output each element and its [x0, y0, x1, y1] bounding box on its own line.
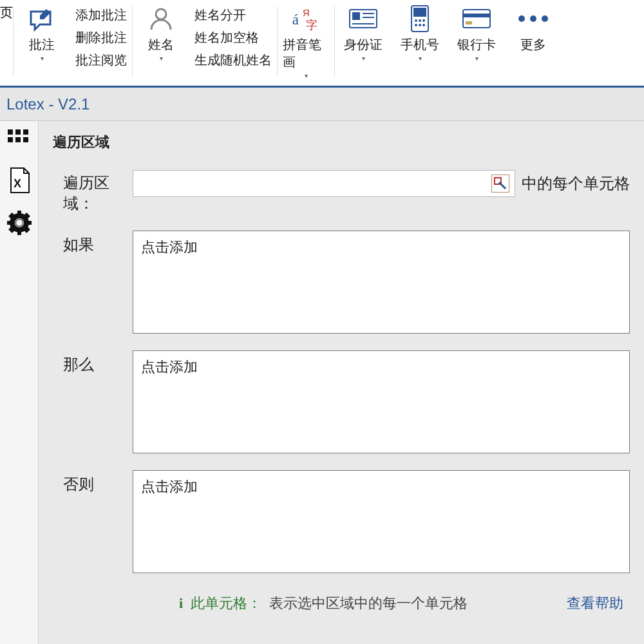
dropdown-arrow-icon: ▾ — [475, 55, 478, 62]
then-label: 那么 — [63, 350, 133, 375]
if-textbox[interactable]: 点击添加 — [133, 231, 630, 334]
svg-rect-22 — [23, 129, 28, 135]
sidebar-settings-button[interactable] — [6, 210, 32, 236]
hint-text: 表示选中区域中的每一个单元格 — [269, 594, 468, 613]
window-title: Lotex - V2.1 — [0, 88, 644, 121]
svg-text:字: 字 — [306, 19, 317, 32]
bankcard-icon — [462, 4, 491, 33]
sidebar: X — [0, 121, 39, 644]
svg-point-15 — [419, 24, 421, 26]
dropdown-arrow-icon: ▾ — [160, 55, 163, 62]
region-input[interactable] — [133, 170, 515, 197]
sidebar-grid-button[interactable] — [6, 125, 32, 151]
ribbon-toolbar: 页 批注 ▾ 添加批注 删除批注 批注阅览 姓名 ▾ 姓名分开 姓名加空格 生成… — [0, 0, 644, 88]
svg-rect-18 — [463, 14, 490, 17]
svg-text:X: X — [14, 177, 21, 190]
footer-hint: i 此单元格： 表示选中区域中的每一个单元格 查看帮助 — [63, 590, 630, 613]
svg-text:á: á — [292, 12, 299, 28]
more-icon — [518, 4, 548, 33]
delete-annotation[interactable]: 删除批注 — [75, 29, 127, 46]
annotate-button[interactable]: 批注 ▾ — [14, 0, 70, 86]
range-picker-icon[interactable] — [491, 175, 509, 193]
region-label: 遍历区域： — [63, 170, 133, 214]
else-label: 否则 — [63, 470, 133, 495]
person-icon — [146, 4, 176, 33]
review-annotation[interactable]: 批注阅览 — [75, 52, 127, 69]
idcard-button[interactable]: 身份证 ▾ — [335, 0, 392, 86]
annotate-submenu: 添加批注 删除批注 批注阅览 — [70, 0, 132, 86]
help-link[interactable]: 查看帮助 — [567, 594, 630, 613]
region-suffix-text: 中的每个单元格 — [522, 173, 630, 194]
add-annotation[interactable]: 添加批注 — [75, 6, 127, 24]
dropdown-arrow-icon: ▾ — [419, 55, 422, 62]
name-random[interactable]: 生成随机姓名 — [194, 52, 272, 69]
dropdown-arrow-icon: ▾ — [305, 72, 308, 79]
more-button[interactable]: 更多 — [505, 0, 562, 86]
idcard-icon — [348, 4, 378, 33]
svg-point-12 — [419, 19, 421, 22]
svg-point-13 — [422, 19, 425, 22]
phone-icon — [405, 4, 435, 33]
svg-text:Я: Я — [303, 8, 310, 18]
svg-rect-19 — [466, 21, 472, 24]
annotate-icon — [27, 4, 57, 33]
svg-rect-20 — [8, 129, 13, 135]
phone-button[interactable]: 手机号 ▾ — [392, 0, 448, 86]
sidebar-excel-button[interactable]: X — [6, 167, 32, 193]
bankcard-button[interactable]: 银行卡 ▾ — [448, 0, 505, 86]
partial-prev-group: 页 — [0, 0, 13, 21]
svg-point-11 — [415, 19, 417, 22]
info-icon: i — [179, 595, 183, 612]
else-textbox[interactable]: 点击添加 — [133, 470, 630, 573]
section-header: 遍历区域 — [39, 121, 644, 170]
svg-rect-23 — [8, 137, 13, 142]
if-label: 如果 — [63, 231, 133, 255]
name-split[interactable]: 姓名分开 — [194, 6, 272, 24]
svg-point-14 — [415, 24, 417, 26]
main-body: X 遍历区域 遍历区域： 中的每个单元格 — [0, 121, 644, 644]
svg-rect-17 — [463, 10, 490, 28]
name-space[interactable]: 姓名加空格 — [194, 29, 272, 46]
hint-label: 此单元格： — [191, 594, 261, 613]
content-panel: 遍历区域 遍历区域： 中的每个单元格 如果 点击添加 — [39, 121, 644, 644]
name-submenu: 姓名分开 姓名加空格 生成随机姓名 — [189, 0, 277, 86]
svg-rect-24 — [15, 137, 21, 142]
svg-point-37 — [16, 220, 23, 226]
svg-rect-10 — [413, 8, 426, 17]
then-textbox[interactable]: 点击添加 — [133, 350, 630, 453]
svg-rect-5 — [352, 12, 360, 20]
dropdown-arrow-icon: ▾ — [41, 55, 44, 62]
pinyin-icon: áЯ字 — [291, 4, 321, 33]
name-button[interactable]: 姓名 ▾ — [133, 0, 189, 86]
svg-rect-25 — [23, 137, 28, 142]
svg-point-16 — [422, 24, 425, 26]
pinyin-button[interactable]: áЯ字 拼音笔画 ▾ — [278, 0, 334, 86]
dropdown-arrow-icon: ▾ — [362, 55, 365, 62]
svg-rect-21 — [15, 129, 21, 135]
svg-point-0 — [156, 9, 166, 19]
